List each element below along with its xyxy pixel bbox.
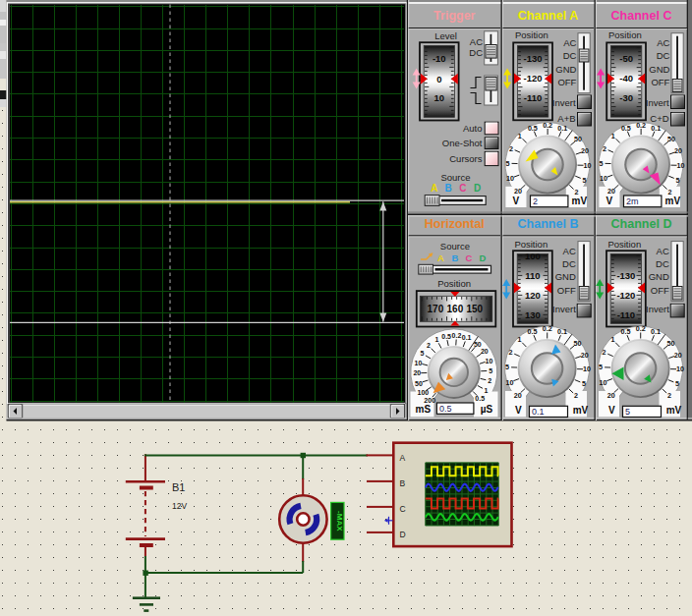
svg-text:10: 10 [600,174,607,183]
svg-text:GND: GND [555,271,576,282]
svg-text:0.2: 0.2 [452,332,462,339]
svg-text:2: 2 [509,348,513,357]
svg-text:A: A [400,453,406,463]
svg-text:B: B [452,252,459,263]
svg-text:0.1: 0.1 [651,124,661,133]
svg-text:C+D: C+D [650,113,668,124]
svg-text:A: A [431,183,437,194]
svg-text:Level: Level [434,30,457,41]
svg-text:2m: 2m [626,196,639,206]
svg-text:-120: -120 [524,73,543,84]
svg-text:100: 100 [418,389,430,396]
svg-text:0.1: 0.1 [651,327,661,336]
svg-text:20: 20 [581,351,589,360]
svg-text:10: 10 [583,364,591,373]
svg-text:50: 50 [574,135,582,143]
svg-text:2: 2 [667,391,671,400]
svg-text:-110: -110 [617,309,636,320]
svg-text:2: 2 [603,348,606,357]
svg-text:5: 5 [506,159,510,168]
svg-text:Position: Position [515,29,548,40]
svg-text:20: 20 [413,369,421,376]
svg-text:mV: mV [572,196,588,206]
svg-text:10: 10 [583,161,591,170]
svg-text:Channel A: Channel A [518,9,578,23]
svg-text:D: D [474,183,481,194]
svg-text:10: 10 [600,378,607,387]
svg-text:C: C [400,504,406,514]
svg-text:2: 2 [509,144,513,153]
svg-text:10: 10 [486,358,493,364]
svg-text:20: 20 [581,146,589,155]
svg-text:150: 150 [466,304,483,314]
svg-text:GND: GND [555,64,576,75]
svg-text:1: 1 [517,335,521,344]
svg-text:0.5: 0.5 [439,404,452,414]
svg-text:Position: Position [607,239,641,250]
svg-text:0.1: 0.1 [532,407,545,417]
svg-text:One-Shot: One-Shot [442,138,483,148]
svg-text:10: 10 [434,92,445,103]
svg-text:10: 10 [506,174,514,183]
svg-text:-30: -30 [619,92,633,103]
svg-text:C: C [459,183,466,194]
svg-text:Position: Position [608,29,642,40]
svg-text:Invert: Invert [646,97,669,108]
svg-text:0.2: 0.2 [543,324,552,333]
svg-text:-130: -130 [524,53,543,64]
svg-text:Channel D: Channel D [611,217,672,231]
svg-text:Invert: Invert [552,304,576,314]
svg-text:Auto: Auto [463,123,483,134]
svg-text:0.2: 0.2 [636,121,646,130]
svg-text:DC: DC [656,258,669,269]
svg-text:V: V [515,405,522,416]
svg-text:GND: GND [649,64,669,75]
svg-text:Position: Position [514,239,548,250]
svg-text:OFF: OFF [651,285,669,296]
svg-text:Channel C: Channel C [611,9,672,23]
svg-text:0: 0 [436,74,441,84]
svg-text:2: 2 [533,196,538,206]
svg-text:Trigger: Trigger [433,9,476,23]
svg-text:5: 5 [675,379,679,388]
svg-text:DC: DC [469,47,483,58]
svg-text:5: 5 [489,367,492,374]
svg-text:B: B [445,183,452,194]
svg-text:OFF: OFF [651,77,669,87]
svg-text:mS: mS [416,404,432,415]
svg-text:0.1: 0.1 [462,334,472,341]
svg-text:-10: -10 [432,53,446,64]
svg-text:2: 2 [427,342,431,349]
svg-text:µS: µS [481,404,493,415]
svg-text:OFF: OFF [557,285,576,296]
svg-text:V: V [512,196,519,206]
svg-text:0.5: 0.5 [527,327,537,336]
svg-text:10: 10 [676,364,684,373]
svg-text:12V: 12V [172,501,187,511]
svg-text:50: 50 [667,135,675,143]
svg-text:-40: -40 [619,73,633,84]
svg-text:Invert: Invert [646,304,669,314]
svg-text:AC: AC [657,37,669,48]
svg-text:-120: -120 [616,290,635,301]
svg-text:50: 50 [474,341,482,348]
svg-text:50: 50 [415,380,423,387]
svg-text:170: 170 [428,304,444,314]
svg-text:DC: DC [562,258,576,269]
svg-text:10: 10 [676,161,684,170]
svg-text:1: 1 [518,132,522,140]
svg-text:160: 160 [447,304,464,314]
svg-text:5: 5 [599,363,603,371]
svg-text:-MAX: -MAX [335,511,344,532]
svg-text:0.1: 0.1 [557,124,567,133]
svg-text:mV: mV [665,196,681,206]
svg-text:0.2: 0.2 [543,121,552,130]
svg-text:Source: Source [440,172,470,183]
svg-text:A: A [437,252,444,263]
svg-text:Cursors: Cursors [449,153,483,164]
svg-text:5: 5 [625,407,630,417]
svg-text:C: C [466,252,473,263]
svg-text:50: 50 [667,339,675,348]
svg-text:50: 50 [574,339,582,348]
svg-text:10: 10 [415,360,423,366]
